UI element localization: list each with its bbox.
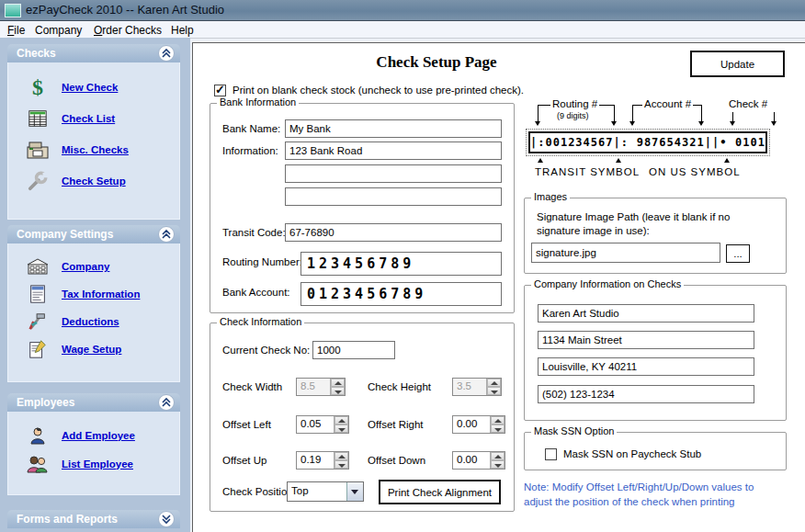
title-bar[interactable]: ezPayCheck 2010 -- Karen Art Studio [0,0,805,21]
dropdown-arrow-icon[interactable] [346,482,363,501]
print-check-alignment-button[interactable]: Print Check Alignment [379,480,501,504]
print-blank-checkbox[interactable] [214,85,226,96]
company-phone-input[interactable] [538,385,754,403]
check-position-dropdown[interactable]: Top [287,481,364,502]
sidebar-item-label[interactable]: New Check [62,82,118,93]
transit-code-input[interactable] [285,223,502,242]
check-list-icon [23,107,52,130]
sidebar-item-wage-setup[interactable]: Wage Setup [8,335,179,363]
account-digits: 987654321 [637,136,705,149]
stepper-down-icon[interactable] [487,387,501,395]
stepper-up-icon[interactable] [334,416,348,424]
stepper-up-icon[interactable] [334,452,348,460]
stepper-up-icon[interactable] [491,452,505,460]
routing-callout-label: Routing # [550,98,599,109]
company-name-input[interactable] [538,304,754,323]
sidebar-item-deductions[interactable]: Deductions [8,308,179,335]
sidebar-item-add-employee[interactable]: Add Employee [8,421,179,449]
stepper-up-icon[interactable] [331,379,345,387]
stepper-up-icon[interactable] [487,379,501,387]
transit-code-label: Transit Code: [222,227,286,238]
collapse-chevron-icon[interactable] [158,45,175,62]
menu-help[interactable]: Help [167,23,198,38]
menu-bar: File Company Order Checks Help [0,21,805,39]
bank-information-input-1[interactable] [285,141,502,160]
routing-number-micr-field[interactable]: 123456789 [300,252,502,276]
sidebar-item-label[interactable]: Misc. Checks [62,144,129,155]
bank-account-micr-field[interactable]: 0123456789 [300,282,502,306]
sidebar-item-check-setup[interactable]: Check Setup [8,165,179,197]
check-height-stepper[interactable]: 3.5 [452,378,502,396]
routing-digits: 001234567 [545,136,613,149]
group-title: Bank Information [217,96,299,108]
check-height-label: Check Height [368,381,431,392]
mask-ssn-checkbox[interactable] [545,448,557,460]
sidebar-section-checks: Checks $ New Check Check List [7,44,180,220]
check-width-stepper[interactable]: 8.5 [296,378,346,396]
sidebar-item-label[interactable]: List Employee [62,458,133,470]
app-icon [5,4,21,17]
offset-up-stepper[interactable]: 0.19 [296,451,349,470]
sidebar-item-label[interactable]: Tax Information [62,289,140,300]
offset-right-stepper[interactable]: 0.00 [452,415,505,434]
arrow-down-icon [698,121,704,126]
current-check-no-input[interactable] [312,341,395,359]
bank-information-input-2[interactable] [285,164,502,183]
bank-information-input-3[interactable] [285,187,502,206]
sidebar-item-label[interactable]: Company [62,261,109,272]
group-title: Check Information [217,316,304,327]
offset-down-label: Offset Down [368,455,425,466]
section-title: Forms and Reports [17,513,118,526]
stepper-down-icon[interactable] [334,424,348,433]
sidebar-item-label[interactable]: Deductions [62,316,119,327]
sidebar-item-tax-information[interactable]: Tax Information [8,280,179,308]
section-header-forms-reports[interactable]: Forms and Reports [7,510,180,528]
menu-company[interactable]: Company [31,23,85,38]
stepper-down-icon[interactable] [491,424,505,433]
offset-left-stepper[interactable]: 0.05 [296,415,349,434]
offset-down-stepper[interactable]: 0.00 [452,451,505,470]
bank-name-label: Bank Name: [222,123,280,134]
sidebar-item-check-list[interactable]: Check List [8,103,179,134]
stepper-down-icon[interactable] [491,460,505,469]
micr-sample-strip: |:001234567|:987654321||•0101 [526,129,770,156]
update-button[interactable]: Update [690,51,785,77]
stepper-up-icon[interactable] [491,416,505,424]
stepper-down-icon[interactable] [331,387,345,395]
company-street-input[interactable] [538,331,754,349]
stepper-value: 3.5 [453,379,486,395]
stepper-value: 0.00 [453,452,490,469]
signature-path-input[interactable] [531,243,720,263]
section-header-employees[interactable]: Employees [7,393,180,412]
sidebar-item-label[interactable]: Add Employee [62,430,135,441]
sidebar-section-employees: Employees Add Employee List Employee [7,393,180,495]
arrow-down-icon [535,121,540,126]
print-blank-checkbox-label: Print on blank check stock (uncheck to u… [232,85,524,96]
collapse-chevron-icon[interactable] [158,394,175,411]
browse-button[interactable]: ... [726,244,750,263]
check-position-label: Check Position [222,486,293,497]
account-callout-label: Account # [642,98,693,109]
people-icon [23,452,52,476]
stepper-down-icon[interactable] [334,460,348,469]
tools-icon [23,310,52,334]
bank-name-input[interactable] [285,119,502,138]
sidebar-item-label[interactable]: Check List [62,113,115,124]
section-header-checks[interactable]: Checks [7,44,180,62]
dollar-icon: $ [23,75,52,99]
menu-file[interactable]: File [4,23,28,38]
sidebar-item-new-check[interactable]: $ New Check [8,72,179,103]
collapse-chevron-icon[interactable] [158,226,175,243]
section-header-company-settings[interactable]: Company Settings [7,225,180,243]
offset-right-label: Offset Right [368,419,424,430]
menu-order-checks[interactable]: Order Checks [90,23,165,38]
sidebar-item-company[interactable]: Company [8,253,179,280]
sidebar-item-misc-checks[interactable]: Misc. Checks [8,134,179,165]
sidebar-item-list-employee[interactable]: List Employee [8,449,179,478]
expand-chevron-icon[interactable] [158,511,175,527]
section-body-company-settings: Company Tax Information Deductions [7,243,180,382]
arrow-up-icon [538,158,543,163]
sidebar-item-label[interactable]: Check Setup [62,175,126,187]
company-city-input[interactable] [538,357,754,376]
sidebar-item-label[interactable]: Wage Setup [62,344,121,355]
